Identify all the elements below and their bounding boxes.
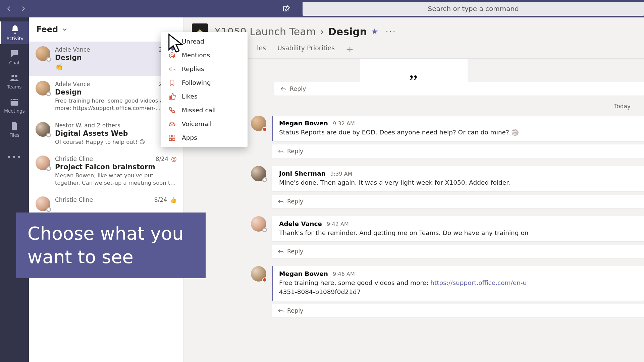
feed-item-title: Design (55, 54, 177, 62)
compose-icon[interactable] (282, 5, 290, 13)
message-bubble: Adele Vance 9:42 AM Thank's for the remi… (272, 216, 644, 242)
feed-item-preview: Of course! Happy to help out! 😄 (55, 138, 177, 146)
filter-item-following[interactable]: Following (161, 76, 248, 89)
tab-usability-priorities[interactable]: Usability Priorities (277, 44, 335, 58)
reply-icon (278, 148, 284, 154)
chevron-down-icon (61, 26, 68, 33)
bell-icon (10, 24, 20, 35)
message-author: Adele Vance (279, 220, 322, 227)
cursor-icon (168, 34, 184, 53)
back-icon[interactable] (6, 6, 12, 12)
reply-button[interactable]: Reply (274, 82, 644, 96)
filter-item-likes[interactable]: Likes (161, 89, 248, 103)
feed-item[interactable]: Adele Vance 2m ag Design Free training h… (29, 76, 183, 117)
rail-label: Teams (7, 84, 22, 89)
message: Adele Vance 9:42 AM Thank's for the remi… (184, 213, 644, 245)
promo-callout: Choose what you want to see (16, 213, 206, 278)
svg-rect-10 (169, 135, 171, 137)
feed-item-time: 8/24 (156, 156, 168, 162)
reply-button[interactable]: Reply (272, 304, 644, 317)
message-time: 9:32 AM (333, 120, 355, 127)
rail-label: Activity (6, 36, 23, 41)
filter-item-label: Likes (182, 93, 198, 100)
feed-item[interactable]: Adele Vance 2m ag Design 👏 (29, 42, 183, 76)
feed-badge-icon: @ (171, 156, 177, 162)
message-link[interactable]: https://support.office.com/en-u (430, 279, 527, 286)
avatar (36, 196, 50, 211)
reply-button[interactable]: Reply (272, 245, 644, 258)
presence-indicator (46, 207, 51, 212)
messages-scroll: „ Reply Today Megan Bowen 9:32 AM Status… (184, 59, 644, 362)
reply-label: Reply (287, 248, 303, 255)
feed-item[interactable]: Nestor W. and 2 others 8/ Digital Assets… (29, 117, 183, 151)
feed-header-label: Feed (36, 25, 58, 34)
svg-point-9 (173, 123, 174, 125)
presence-indicator (262, 127, 267, 132)
feed-badge-icon: 👍 (170, 196, 177, 203)
filter-item-replies[interactable]: Replies (161, 62, 248, 76)
channel-tabs: les Usability Priorities + (184, 40, 644, 59)
reply-icon (280, 86, 286, 92)
reply-label: Reply (287, 307, 303, 314)
message: Megan Bowen 9:46 AM Free training here, … (184, 263, 644, 304)
presence-indicator (46, 133, 51, 137)
filter-item-voicemail[interactable]: Voicemail (161, 117, 248, 131)
message-author: Joni Sherman (279, 170, 326, 177)
message-bubble: Megan Bowen 9:32 AM Status Reports are d… (272, 116, 644, 141)
feed-item-name: Christie Cline (55, 196, 93, 203)
feed-item-title: Project Falcon brainstorm (55, 163, 177, 171)
feed-item-name: Nestor W. and 2 others (55, 122, 120, 129)
filter-item-label: Missed call (182, 107, 216, 114)
filter-item-missed-call[interactable]: Missed call (161, 103, 248, 117)
feed-header[interactable]: Feed (29, 17, 183, 42)
presence-indicator (262, 278, 267, 282)
avatar (36, 156, 50, 170)
feed-item-name: Adele Vance (55, 81, 90, 87)
apps-icon (168, 134, 176, 141)
feed-item-title: Design (55, 88, 177, 96)
teams-icon (9, 73, 19, 83)
svg-rect-11 (173, 135, 175, 137)
svg-point-6 (171, 54, 173, 56)
rail-more[interactable]: ••• (0, 145, 29, 168)
reply-icon (278, 198, 284, 204)
tab-les[interactable]: les (257, 44, 266, 58)
reply-button[interactable]: Reply (272, 144, 644, 158)
message-text: Status Reports are due by EOD. Does anyo… (279, 128, 638, 137)
quote-graphic: „ (360, 59, 468, 82)
message-time: 9:39 AM (330, 171, 353, 177)
feed-item[interactable]: Christie Cline 8/24 @ Project Falcon bra… (29, 151, 183, 192)
channel-name[interactable]: Design (328, 26, 367, 38)
more-icon[interactable]: ··· (386, 27, 396, 36)
message: Joni Sherman 9:39 AM Mine's done. Then a… (184, 163, 644, 195)
svg-point-2 (15, 75, 17, 77)
title-bar: Search or type a command (0, 0, 644, 17)
rail-activity[interactable]: Activity (0, 21, 29, 44)
message: Megan Bowen 9:32 AM Status Reports are d… (184, 112, 644, 144)
rail-label: Meetings (4, 108, 24, 114)
channel-header: ✦ X1050 Launch Team › Design ★ ··· (184, 17, 644, 40)
filter-item-apps[interactable]: Apps (161, 131, 248, 144)
rail-label: Chat (9, 60, 20, 65)
message-text: Thank's for the reminder. And getting me… (279, 229, 638, 238)
avatar (36, 46, 50, 61)
search-input[interactable]: Search or type a command (303, 2, 644, 16)
reply-icon (278, 248, 284, 254)
svg-point-1 (11, 75, 14, 77)
rail-chat[interactable]: Chat (0, 46, 29, 68)
feed-item-preview: Free training here, some good videos and… (55, 97, 177, 112)
feed-item-name: Adele Vance (55, 46, 90, 53)
avatar (36, 81, 50, 96)
forward-icon[interactable] (20, 6, 26, 12)
add-tab-button[interactable]: + (346, 44, 354, 58)
filter-item-label: Unread (182, 38, 204, 45)
activity-feed-panel: Feed Adele Vance 2m ag Design 👏 Adele (29, 17, 184, 362)
rail-teams[interactable]: Teams (0, 70, 29, 93)
rail-meetings[interactable]: Meetings (0, 94, 29, 117)
filter-item-label: Apps (182, 134, 197, 141)
filter-item-label: Voicemail (182, 120, 212, 127)
vm-icon (168, 120, 176, 128)
rail-files[interactable]: Files (0, 118, 29, 141)
favorite-star-icon[interactable]: ★ (371, 27, 378, 36)
reply-button[interactable]: Reply (272, 195, 644, 208)
